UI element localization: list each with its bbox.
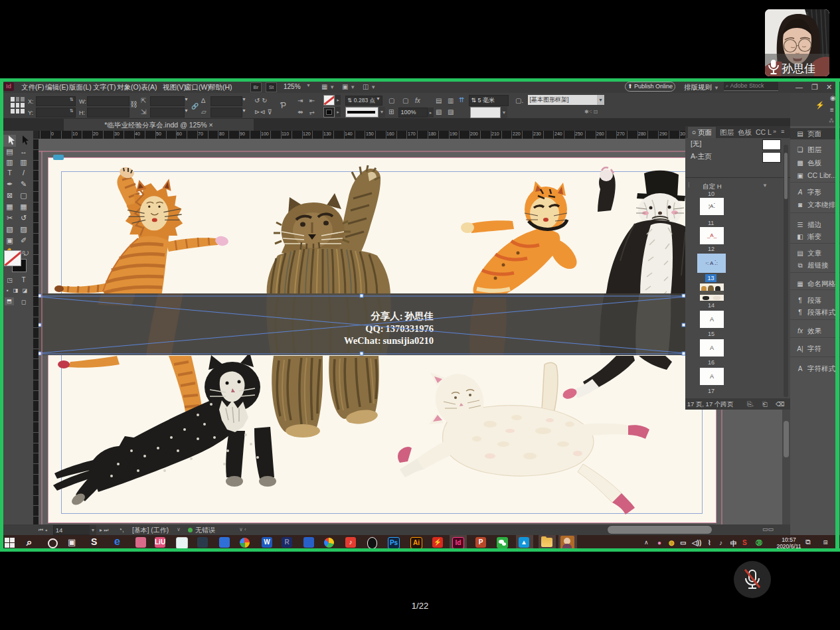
svg-text:孙思佳: 孙思佳 [782,62,815,75]
